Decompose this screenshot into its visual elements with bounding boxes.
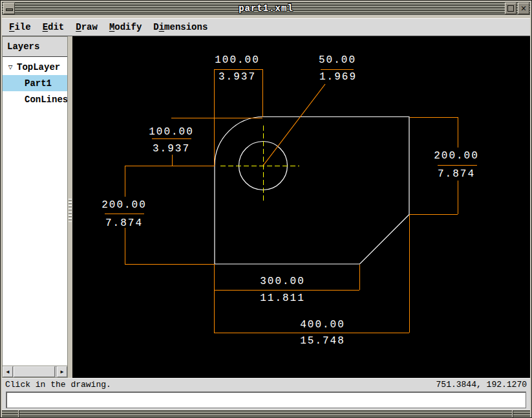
- dim-left-lower-value: 200.00: [101, 201, 147, 210]
- pane-divider: [68, 36, 72, 378]
- main-area: Layers ▽ TopLayer Part1 ConLines ◀: [2, 36, 530, 378]
- resize-grip-right[interactable]: [512, 410, 513, 417]
- menu-draw[interactable]: Draw: [76, 22, 98, 32]
- dim-left-upper-value: 100.00: [149, 127, 194, 137]
- dim-right-side-value: 200.00: [434, 151, 479, 161]
- layer-tree: ▽ TopLayer Part1 ConLines: [3, 57, 67, 366]
- dim-left-lower-alt: 7.874: [105, 219, 143, 228]
- drawing-canvas[interactable]: 100.00 3.937 50.00 1.969 100.00 3.937 20…: [72, 36, 530, 378]
- tree-item-part1[interactable]: Part1: [3, 75, 67, 91]
- coordinate-display: 751.3844, 192.1270: [436, 380, 527, 390]
- layers-panel: Layers ▽ TopLayer Part1 ConLines ◀: [2, 36, 68, 378]
- dim-radius-value: 50.00: [319, 56, 356, 65]
- command-input[interactable]: [6, 391, 526, 408]
- layers-horizontal-scrollbar[interactable]: ◀ ▶: [3, 366, 67, 377]
- maximize-button[interactable]: [505, 3, 516, 14]
- menu-edit[interactable]: Edit: [43, 22, 65, 32]
- expander-triangle-icon[interactable]: ▽: [3, 63, 17, 71]
- menu-dimensions[interactable]: Dimensions: [153, 22, 207, 32]
- menu-file[interactable]: File: [9, 22, 31, 32]
- layer-label: ConLines: [25, 94, 67, 105]
- scrollbar-thumb[interactable]: [14, 366, 55, 377]
- dim-right-side-alt: 7.874: [438, 170, 475, 179]
- menu-bar: File Edit Draw Modify Dimensions: [2, 18, 530, 36]
- dim-left-upper-alt: 3.937: [153, 144, 190, 154]
- dim-bottom-inner-value: 300.00: [260, 277, 305, 287]
- sash-grip-handle[interactable]: [69, 199, 72, 222]
- layers-panel-title: Layers: [3, 37, 67, 57]
- resize-grip-left[interactable]: [18, 410, 19, 417]
- application-window: part1.xml ✕ File Edit Draw Modify Dimens…: [0, 0, 532, 418]
- dim-bottom-inner-alt: 11.811: [260, 294, 305, 303]
- dim-top-width-alt: 3.937: [218, 72, 256, 82]
- window-title: part1.xml: [2, 3, 530, 14]
- radius-leader-line: [263, 84, 325, 166]
- close-icon: ✕: [521, 4, 526, 13]
- close-button[interactable]: ✕: [518, 3, 529, 14]
- tree-item-toplayer[interactable]: ▽ TopLayer: [3, 59, 67, 75]
- status-message: Click in the drawing.: [5, 380, 111, 390]
- maximize-icon: [507, 5, 514, 12]
- layer-label: Part1: [25, 78, 52, 89]
- scroll-left-arrow-icon[interactable]: ◀: [3, 366, 13, 377]
- window-resize-bar[interactable]: [2, 410, 530, 417]
- menu-modify[interactable]: Modify: [109, 22, 142, 32]
- tree-item-conlines[interactable]: ConLines: [3, 91, 67, 107]
- command-entry-row: [2, 391, 530, 410]
- layer-label: TopLayer: [17, 62, 60, 72]
- title-bar[interactable]: part1.xml ✕: [2, 2, 530, 15]
- status-bar: Click in the drawing. 751.3844, 192.1270: [2, 378, 530, 391]
- dim-radius-alt: 1.969: [319, 72, 357, 82]
- dim-bottom-outer-value: 400.00: [300, 320, 345, 330]
- dim-bottom-outer-alt: 15.748: [300, 336, 345, 346]
- part-outline: [215, 117, 409, 265]
- dim-top-width-value: 100.00: [215, 56, 260, 65]
- scroll-right-arrow-icon[interactable]: ▶: [57, 366, 67, 377]
